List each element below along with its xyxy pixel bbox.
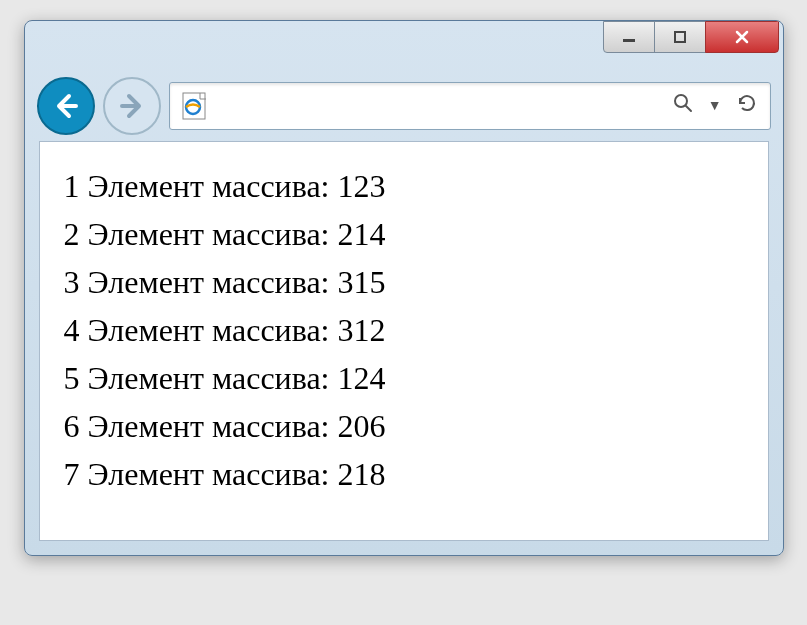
array-label: Элемент массива: — [88, 168, 330, 204]
array-value: 123 — [337, 168, 385, 204]
svg-rect-1 — [675, 32, 685, 42]
ie-page-icon — [182, 92, 206, 120]
array-value: 315 — [337, 264, 385, 300]
array-value: 206 — [337, 408, 385, 444]
svg-line-5 — [686, 106, 691, 111]
array-label: Элемент массива: — [88, 456, 330, 492]
address-bar[interactable]: ▼ — [169, 82, 771, 130]
close-button[interactable] — [705, 21, 779, 53]
back-arrow-icon — [51, 91, 81, 121]
page-content: 1 Элемент массива: 1232 Элемент массива:… — [39, 141, 769, 541]
address-actions: ▼ — [672, 92, 758, 120]
dropdown-icon[interactable]: ▼ — [708, 98, 722, 114]
minimize-icon — [620, 28, 638, 46]
search-icon[interactable] — [672, 92, 694, 120]
close-icon — [733, 28, 751, 46]
array-line: 1 Элемент массива: 123 — [64, 162, 744, 210]
array-output: 1 Элемент массива: 1232 Элемент массива:… — [64, 162, 744, 498]
svg-rect-0 — [623, 39, 635, 42]
array-label: Элемент массива: — [88, 216, 330, 252]
minimize-button[interactable] — [603, 21, 655, 53]
array-label: Элемент массива: — [88, 312, 330, 348]
array-index: 6 — [64, 408, 80, 444]
array-index: 7 — [64, 456, 80, 492]
array-value: 218 — [337, 456, 385, 492]
array-line: 6 Элемент массива: 206 — [64, 402, 744, 450]
svg-point-4 — [675, 95, 687, 107]
array-index: 4 — [64, 312, 80, 348]
toolbar: ▼ — [25, 71, 783, 141]
back-button[interactable] — [37, 77, 95, 135]
array-line: 2 Элемент массива: 214 — [64, 210, 744, 258]
array-index: 3 — [64, 264, 80, 300]
array-line: 4 Элемент массива: 312 — [64, 306, 744, 354]
array-line: 5 Элемент массива: 124 — [64, 354, 744, 402]
maximize-button[interactable] — [654, 21, 706, 53]
browser-window: ▼ 1 Элемент массива: 1232 Элемент массив… — [24, 20, 784, 556]
forward-button[interactable] — [103, 77, 161, 135]
refresh-icon[interactable] — [736, 92, 758, 120]
array-value: 124 — [337, 360, 385, 396]
array-index: 2 — [64, 216, 80, 252]
array-line: 7 Элемент массива: 218 — [64, 450, 744, 498]
window-controls — [604, 21, 779, 53]
array-label: Элемент массива: — [88, 408, 330, 444]
array-value: 312 — [337, 312, 385, 348]
array-index: 5 — [64, 360, 80, 396]
array-index: 1 — [64, 168, 80, 204]
forward-arrow-icon — [117, 91, 147, 121]
array-label: Элемент массива: — [88, 360, 330, 396]
array-value: 214 — [337, 216, 385, 252]
titlebar — [25, 21, 783, 71]
maximize-icon — [671, 28, 689, 46]
array-line: 3 Элемент массива: 315 — [64, 258, 744, 306]
array-label: Элемент массива: — [88, 264, 330, 300]
